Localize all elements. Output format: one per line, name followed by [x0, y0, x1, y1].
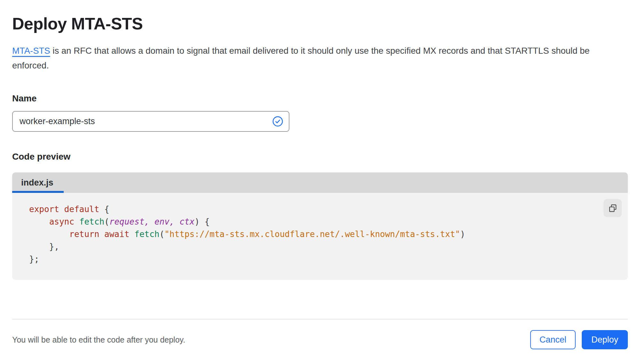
footer-actions: Cancel Deploy	[530, 330, 628, 349]
code-preview-label: Code preview	[12, 152, 628, 162]
tab-index-js-label: index.js	[21, 178, 53, 188]
code-preview-block: index.js export default { async fetch(re…	[12, 172, 628, 280]
mta-sts-link[interactable]: MTA-STS	[12, 46, 50, 56]
deploy-button[interactable]: Deploy	[582, 330, 628, 349]
code-tabbar: index.js	[12, 172, 628, 193]
code-content: export default { async fetch(request, en…	[29, 203, 593, 265]
name-field-wrapper	[12, 111, 289, 132]
deploy-mta-sts-page: Deploy MTA-STS MTA-STS is an RFC that al…	[0, 0, 640, 364]
description-body: is an RFC that allows a domain to signal…	[12, 46, 590, 70]
copy-icon	[608, 203, 618, 213]
footer-note: You will be able to edit the code after …	[12, 335, 185, 344]
footer-divider	[12, 319, 628, 320]
code-editor-area: export default { async fetch(request, en…	[12, 193, 628, 280]
name-field-label: Name	[12, 93, 628, 104]
copy-code-button[interactable]	[604, 199, 622, 217]
description-text: MTA-STS is an RFC that allows a domain t…	[12, 44, 609, 73]
name-input[interactable]	[12, 111, 289, 132]
page-title: Deploy MTA-STS	[12, 14, 628, 33]
cancel-button[interactable]: Cancel	[530, 330, 576, 349]
footer-bar: You will be able to edit the code after …	[12, 330, 628, 349]
tab-index-js[interactable]: index.js	[12, 172, 66, 193]
